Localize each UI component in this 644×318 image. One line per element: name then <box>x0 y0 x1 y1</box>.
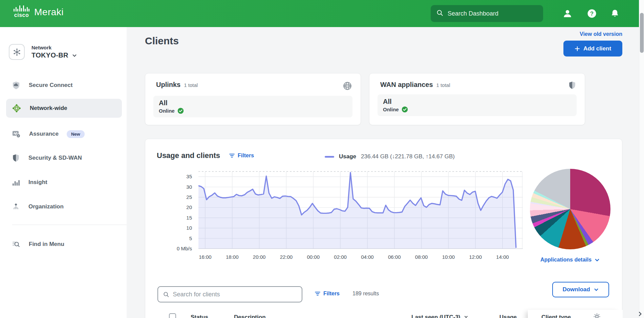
assurance-monitor-icon <box>12 129 21 139</box>
usage-filters-button[interactable]: Filters <box>229 153 254 159</box>
chart-x-axis-labels: 16:0018:0020:0022:0000:0002:0004:0006:00… <box>198 254 523 262</box>
column-status[interactable]: Status <box>191 314 208 318</box>
sidebar-item-organization[interactable]: Organization <box>0 197 127 216</box>
dashboard-search[interactable] <box>431 5 543 22</box>
column-description[interactable]: Description <box>234 314 266 318</box>
chevron-down-icon <box>464 315 468 318</box>
clients-filters-label: Filters <box>323 291 340 297</box>
usage-chart-svg <box>198 170 523 250</box>
y-tick-label: 30 <box>186 184 192 190</box>
scroll-right-chevron[interactable] <box>637 311 643 318</box>
x-tick-label: 00:00 <box>307 254 320 260</box>
column-last-seen[interactable]: Last seen (UTC-3) <box>411 314 468 318</box>
x-tick-label: 10:00 <box>442 254 455 260</box>
dashboard-search-input[interactable] <box>448 10 538 17</box>
x-tick-label: 14:00 <box>496 254 509 260</box>
download-label: Download <box>562 286 590 293</box>
uplinks-card: Uplinks 1 total All Online <box>145 73 361 125</box>
applications-pie-chart[interactable] <box>530 169 610 249</box>
y-tick-label: 25 <box>186 194 192 200</box>
cisco-wordmark: cisco <box>14 12 29 18</box>
shield-icon <box>568 81 577 91</box>
sidebar-item-insight[interactable]: Insight <box>0 173 127 192</box>
cisco-logo: cisco <box>14 4 29 18</box>
sidebar-item-label: Assurance <box>29 131 59 137</box>
help-icon: ? <box>587 8 597 19</box>
chart-y-axis-labels: 35302520151050 Mb/s <box>145 170 195 250</box>
shield-cloud-icon <box>12 81 21 90</box>
sidebar-item-network-wide[interactable]: Network-wide <box>6 99 122 118</box>
clients-search[interactable] <box>157 286 302 302</box>
sticky-column: Client type. <box>528 310 623 318</box>
x-tick-label: 08:00 <box>415 254 428 260</box>
wan-status-row[interactable]: All Online <box>378 94 577 116</box>
add-client-button[interactable]: Add client <box>563 41 622 56</box>
shield-icon <box>12 154 20 162</box>
download-button[interactable]: Download <box>552 282 609 297</box>
clients-table-header: Status Description Last seen (UTC-3) Usa… <box>145 310 622 318</box>
uplinks-card-count: 1 total <box>184 82 198 88</box>
x-tick-label: 12:00 <box>469 254 482 260</box>
legend-series-name: Usage <box>339 153 356 160</box>
online-check-icon <box>402 106 408 113</box>
applications-details-button[interactable]: Applications details <box>540 257 600 263</box>
sidebar-item-secure-connect[interactable]: Secure Connect <box>0 76 127 95</box>
clients-search-input[interactable] <box>173 291 297 298</box>
uplinks-group: All <box>159 99 347 107</box>
sidebar-item-security-sdwan[interactable]: Security & SD-WAN <box>0 149 127 167</box>
cisco-bars-icon <box>14 4 29 12</box>
globe-outline-icon <box>342 81 352 92</box>
account-button[interactable] <box>561 7 574 20</box>
column-client-type[interactable]: Client type. <box>541 314 573 318</box>
org-tree-icon <box>12 202 20 211</box>
notifications-button[interactable] <box>608 7 622 20</box>
gear-icon[interactable] <box>593 313 601 318</box>
sidebar: Network TOKYO-BR Secure Connect Network-… <box>0 27 127 318</box>
view-old-version-link[interactable]: View old version <box>580 31 622 37</box>
y-tick-label: 0 Mb/s <box>177 246 192 251</box>
x-tick-label: 06:00 <box>388 254 401 260</box>
chart-legend: Usage 236.44 GB (↓221.78 GB, ↑14.67 GB) <box>325 153 455 160</box>
search-icon <box>163 291 169 298</box>
filter-icon <box>229 153 235 159</box>
top-bar: cisco Meraki ? <box>0 0 644 27</box>
network-hub-icon <box>9 44 25 60</box>
clients-filters-button[interactable]: Filters <box>315 291 340 297</box>
wan-appliances-card: WAN appliances 1 total All Online <box>369 73 585 125</box>
y-tick-label: 35 <box>186 174 192 179</box>
column-usage[interactable]: Usage <box>499 314 517 318</box>
online-check-icon <box>177 108 184 114</box>
new-badge: New <box>67 130 85 138</box>
select-all-checkbox[interactable] <box>169 313 176 318</box>
usage-section-title: Usage and clients <box>157 151 220 160</box>
y-tick-label: 15 <box>186 215 192 221</box>
main-content: Clients View old version Add client Upli… <box>127 27 644 318</box>
uplinks-status-row[interactable]: All Online <box>153 96 352 117</box>
meraki-wordmark: Meraki <box>34 7 64 18</box>
find-in-menu[interactable]: Find in Menu <box>0 235 127 254</box>
scrollbar-thumb[interactable] <box>640 13 644 53</box>
filter-icon <box>315 291 321 297</box>
usage-filters-label: Filters <box>238 153 254 159</box>
uplinks-status: Online <box>159 108 175 114</box>
wan-card-title: WAN appliances <box>380 81 433 89</box>
find-in-menu-icon <box>12 240 21 249</box>
y-tick-label: 20 <box>186 204 192 210</box>
wan-card-count: 1 total <box>436 82 450 88</box>
wan-group: All <box>383 98 571 106</box>
legend-swatch <box>325 156 334 158</box>
help-button[interactable]: ? <box>585 7 599 20</box>
x-tick-label: 02:00 <box>334 254 347 260</box>
network-label: Network <box>31 45 77 50</box>
plus-icon <box>575 46 580 51</box>
sidebar-divider <box>12 225 127 225</box>
vertical-scrollbar[interactable] <box>639 0 644 318</box>
applications-details-label: Applications details <box>540 257 592 263</box>
sidebar-item-label: Security & SD-WAN <box>28 155 82 161</box>
sidebar-item-assurance[interactable]: Assurance New <box>0 124 127 143</box>
x-tick-label: 22:00 <box>280 254 293 260</box>
network-selector[interactable]: Network TOKYO-BR <box>9 44 77 60</box>
chevron-down-icon <box>72 53 77 58</box>
usage-and-clients-card: Usage and clients Filters Usage 236.44 G… <box>145 139 622 318</box>
y-tick-label: 10 <box>186 225 192 231</box>
